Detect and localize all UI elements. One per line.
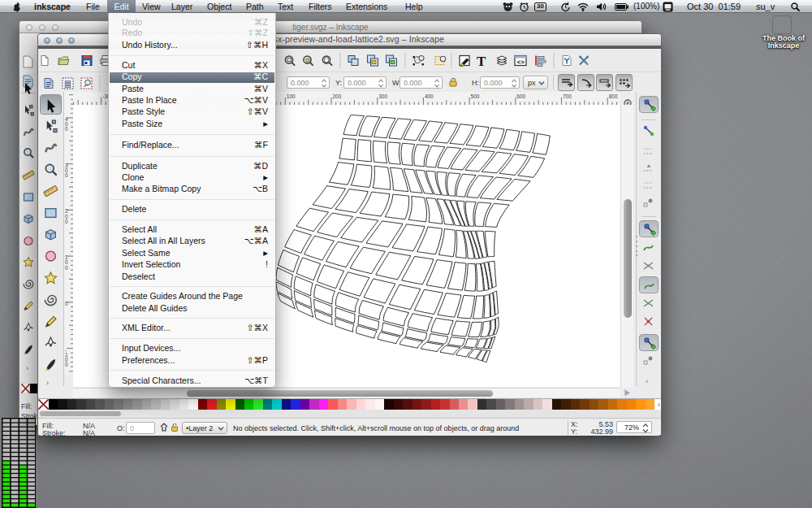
svg-text:400: 400 (425, 93, 434, 99)
svg-text:100: 100 (287, 93, 296, 99)
svg-text:<>: <> (517, 59, 525, 66)
svg-text:800: 800 (609, 93, 618, 99)
svg-text:0: 0 (65, 126, 68, 132)
svg-text:0: 0 (65, 301, 68, 306)
svg-text:0: 0 (65, 172, 68, 178)
svg-text:0: 0 (65, 362, 68, 367)
svg-text:T: T (477, 54, 486, 69)
svg-text:600: 600 (516, 93, 525, 99)
svg-text:0: 0 (65, 265, 68, 271)
svg-text:0: 0 (65, 219, 68, 224)
svg-text:300: 300 (378, 93, 387, 99)
svg-text:700: 700 (563, 93, 572, 99)
svg-text:500: 500 (471, 93, 480, 99)
svg-text:200: 200 (333, 93, 342, 99)
